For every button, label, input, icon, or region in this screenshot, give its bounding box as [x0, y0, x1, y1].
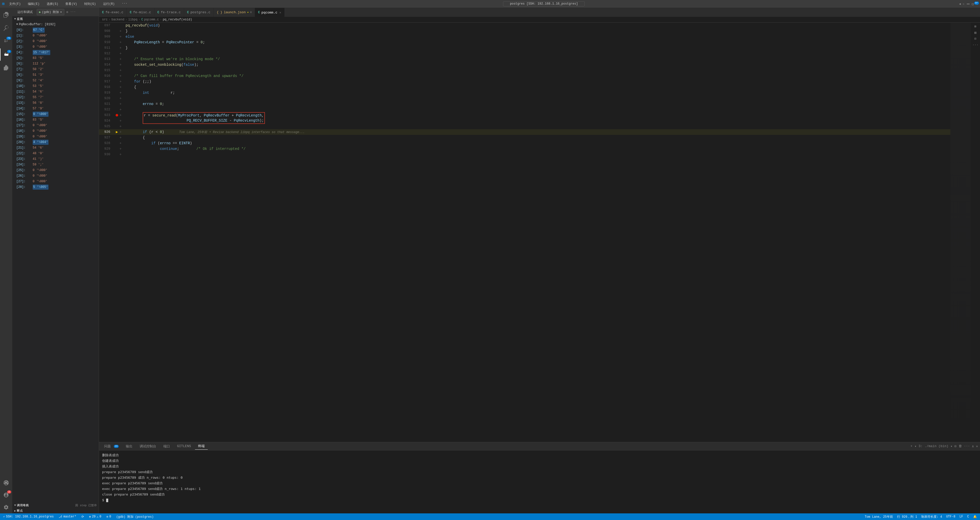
- watch-item[interactable]: [20]:4 '\004': [12, 140, 99, 145]
- debug-settings-icon[interactable]: ⚙: [66, 10, 68, 14]
- code-line[interactable]: 924+ PQ_RECV_BUFFER_SIZE - PqRecvLength)…: [99, 118, 950, 124]
- menu-run[interactable]: 运行(R): [102, 1, 116, 6]
- code-line[interactable]: 912+: [99, 51, 950, 56]
- debug-more-icon[interactable]: ···: [70, 10, 76, 14]
- toggle-primary-sidebar-icon[interactable]: ⊞: [972, 24, 979, 29]
- code-line[interactable]: 930+: [99, 152, 950, 157]
- breakpoints-section-header[interactable]: ▶ 断点: [12, 508, 99, 514]
- panel-add-icon[interactable]: +: [911, 444, 913, 448]
- watch-item[interactable]: [7]:50 '2': [12, 67, 99, 72]
- activity-run-debug[interactable]: 1: [0, 48, 12, 61]
- debug-config[interactable]: 运行和调试: [15, 9, 35, 15]
- status-bell[interactable]: 🔔: [972, 515, 978, 519]
- watch-item[interactable]: [1]:0 '\000': [12, 33, 99, 38]
- code-line[interactable]: 914+ socket_set_nonblocking(false);: [99, 62, 950, 68]
- minimap[interactable]: [950, 23, 971, 442]
- watch-item[interactable]: [11]:54 '6': [12, 89, 99, 95]
- watch-item[interactable]: [10]:53 '5': [12, 83, 99, 89]
- watch-item[interactable]: [12]:55 '7': [12, 95, 99, 100]
- code-line[interactable]: 915+: [99, 68, 950, 73]
- titlebar-search[interactable]: postgres [SSH: 192.168.1.16_postgres]: [503, 1, 585, 6]
- activity-search[interactable]: [0, 22, 12, 34]
- watch-item[interactable]: [19]:0 '\000': [12, 134, 99, 140]
- panel-dropdown-icon[interactable]: ▾: [915, 444, 916, 449]
- code-line[interactable]: 910+ PqRecvLength = PqRecvPointer = 0;: [99, 40, 950, 45]
- code-line[interactable]: 921+ errno = 0;: [99, 101, 950, 107]
- menu-bar[interactable]: 文件(F) 编辑(E) 选择(S) 查看(V) 转到(G) 运行(R) ···: [8, 1, 129, 6]
- watch-item[interactable]: [13]:56 '8': [12, 100, 99, 106]
- activity-accounts[interactable]: 2: [0, 489, 12, 501]
- tab-pqcomm[interactable]: C pqcomm.c 9+ ✕: [255, 8, 285, 17]
- watch-item[interactable]: [21]:54 '6': [12, 145, 99, 151]
- watch-item[interactable]: [5]:83 'S': [12, 55, 99, 61]
- status-author[interactable]: Tom Lane, 25年前: [864, 515, 894, 519]
- code-line[interactable]: 928+ if (errno == EINTR): [99, 140, 950, 146]
- watch-item[interactable]: [6]:112 'p': [12, 61, 99, 67]
- panel-trash-icon[interactable]: 🗑: [959, 444, 962, 448]
- activity-explorer[interactable]: [0, 9, 12, 21]
- watch-item[interactable]: [18]:0 '\000': [12, 128, 99, 134]
- maximize-btn[interactable]: ☐: [972, 2, 974, 6]
- code-line[interactable]: 908+}: [99, 28, 950, 34]
- menu-view[interactable]: 查看(V): [64, 1, 79, 6]
- status-language[interactable]: C: [966, 515, 970, 518]
- watch-item[interactable]: [0]:67 'C': [12, 27, 99, 33]
- split-editor-icon[interactable]: ⊟: [972, 36, 979, 41]
- watch-item[interactable]: [14]:57 '9': [12, 106, 99, 111]
- status-tests[interactable]: ⊘ 0: [105, 515, 112, 519]
- panel-tab-debug-console[interactable]: 调试控制台: [137, 443, 159, 450]
- watch-item[interactable]: [15]:0 '\000': [12, 111, 99, 117]
- terminal-name[interactable]: 3: ./main (bin): [918, 444, 948, 448]
- code-line[interactable]: 913+ /* Ensure that we're in blocking mo…: [99, 56, 950, 62]
- watch-item[interactable]: [28]:5 '\005': [12, 184, 99, 190]
- panel-tab-ports[interactable]: 端口: [160, 443, 173, 450]
- code-line[interactable]: 920+: [99, 95, 950, 101]
- activity-extensions[interactable]: [0, 62, 12, 74]
- more-actions-icon[interactable]: ···: [972, 42, 979, 48]
- watch-item[interactable]: [8]:51 '3': [12, 72, 99, 78]
- code-line[interactable]: 925+: [99, 124, 950, 129]
- panel-tab-output[interactable]: 输出: [123, 443, 135, 450]
- watch-item[interactable]: [16]:83 'S': [12, 117, 99, 123]
- status-branch[interactable]: ⎇ master*: [58, 515, 77, 519]
- watch-item[interactable]: [25]:0 '\000': [12, 168, 99, 173]
- watch-item[interactable]: [4]:15 '\017': [12, 50, 99, 55]
- breadcrumb-backend[interactable]: backend: [111, 18, 124, 21]
- minimize-btn[interactable]: —: [967, 1, 969, 6]
- menu-more[interactable]: ···: [120, 1, 129, 6]
- callstack-section-header[interactable]: ▼ 调用堆栈 因 step 已暂停: [12, 503, 99, 508]
- panel-tab-terminal[interactable]: 终端: [195, 443, 208, 450]
- code-line[interactable]: 922+: [99, 107, 950, 113]
- tab-close-btn[interactable]: ✕: [280, 11, 281, 14]
- panel-split-icon[interactable]: ⊟: [955, 444, 956, 449]
- status-position[interactable]: 行 926，列 1: [896, 515, 918, 519]
- watch-item[interactable]: [27]:0 '\000': [12, 179, 99, 184]
- panel-tab-gitlens[interactable]: GITLENS: [174, 443, 194, 449]
- watch-item[interactable]: [22]:48 '0': [12, 151, 99, 156]
- status-debug-session[interactable]: (gdb) 附加 (postgres): [115, 515, 154, 519]
- panel-collapse-icon[interactable]: ∧: [972, 444, 974, 449]
- tab-fe-trace[interactable]: C fe-trace.c: [154, 8, 184, 17]
- code-line[interactable]: 923+ r = secure_read(MyProcPort, PqRecvB…: [99, 113, 950, 118]
- watch-item[interactable]: [3]:0 '\000': [12, 44, 99, 50]
- activity-settings[interactable]: [0, 501, 12, 514]
- status-sync[interactable]: ⟳: [80, 515, 85, 519]
- breadcrumb-file[interactable]: pqcomm.c: [144, 18, 159, 21]
- watch-item[interactable]: [23]:41 ')': [12, 156, 99, 162]
- code-line[interactable]: 897pq_recvbuf(void): [99, 23, 950, 28]
- menu-file[interactable]: 文件(F): [8, 1, 22, 6]
- tab-fe-exec[interactable]: C fe-exec.c: [99, 8, 127, 17]
- panel-tab-problems[interactable]: 问题 29: [101, 443, 122, 450]
- breadcrumb-src[interactable]: src: [102, 18, 108, 21]
- nav-forward[interactable]: ▶: [963, 2, 965, 6]
- watch-item[interactable]: [2]:0 '\000': [12, 38, 99, 44]
- code-line[interactable]: 916+ /* Can fill buffer from PqRecvLengt…: [99, 73, 950, 79]
- terminal-prompt-line[interactable]: $: [102, 497, 977, 503]
- code-line[interactable]: 911+}: [99, 45, 950, 51]
- status-eol[interactable]: LF: [958, 515, 964, 518]
- code-line[interactable]: 927+ {: [99, 135, 950, 140]
- watch-root-item[interactable]: ▼ PqRecvBuffer: [8192]: [12, 22, 99, 27]
- menu-edit[interactable]: 编辑(E): [26, 1, 41, 6]
- activity-source-control[interactable]: 76: [0, 35, 12, 48]
- code-line[interactable]: 929+ continue; /* Ok if interrupted */: [99, 146, 950, 152]
